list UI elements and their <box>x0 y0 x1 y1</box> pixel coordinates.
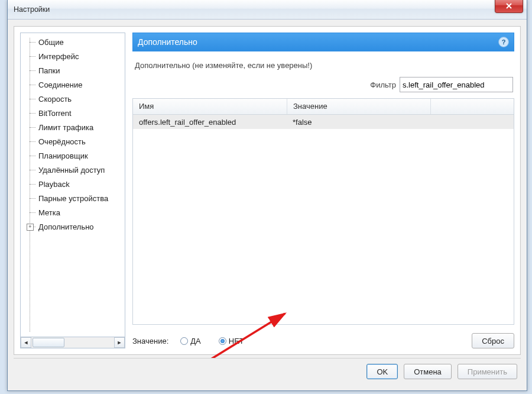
tree-item-interface[interactable]: Интерфейс <box>21 50 125 64</box>
filter-row: Фильтр <box>134 77 513 92</box>
tree-horizontal-scrollbar[interactable]: ◄ ► <box>20 337 125 348</box>
filter-input[interactable] <box>400 77 513 92</box>
tree-item-label: Общие <box>38 38 64 47</box>
tree-item-playback[interactable]: Playback <box>21 177 125 192</box>
table-body: offers.left_rail_offer_enabled *false <box>133 115 514 324</box>
radio-no-wrap[interactable]: НЕТ <box>219 337 244 345</box>
radio-no-label: НЕТ <box>229 337 244 345</box>
tree-item-label: Парные устройства <box>38 194 108 203</box>
category-tree[interactable]: Общие Интерфейс Папки Соединение Скорост… <box>20 33 125 337</box>
tree-item-advanced[interactable]: + Дополнительно <box>21 220 125 234</box>
settings-table[interactable]: Имя Значение offers.left_rail_offer_enab… <box>132 98 514 325</box>
advanced-pane: Дополнительно ? Дополнительно (не изменя… <box>132 33 514 348</box>
tree-item-label: Лимит трафика <box>38 123 93 132</box>
tree-item-label: Удалённый доступ <box>38 166 105 175</box>
tree-item-paired-devices[interactable]: Парные устройства <box>21 192 125 206</box>
column-extra[interactable] <box>431 99 514 114</box>
help-icon[interactable]: ? <box>498 37 509 47</box>
table-header: Имя Значение <box>133 99 514 115</box>
tree-item-label: Дополнительно <box>38 222 94 231</box>
cell-value: *false <box>287 118 514 127</box>
column-value[interactable]: Значение <box>287 99 431 114</box>
filter-label: Фильтр <box>370 80 396 89</box>
radio-no[interactable] <box>219 337 226 345</box>
table-row[interactable]: offers.left_rail_offer_enabled *false <box>133 115 514 129</box>
tree-item-scheduler[interactable]: Планировщик <box>21 149 125 163</box>
value-label: Значение: <box>132 337 168 345</box>
tree-item-general[interactable]: Общие <box>21 35 125 50</box>
tree-item-traffic-limit[interactable]: Лимит трафика <box>21 121 125 135</box>
tree-item-label: Интерфейс <box>38 52 79 61</box>
scroll-thumb[interactable] <box>33 338 64 347</box>
reset-button[interactable]: Сброс <box>472 333 514 348</box>
cancel-button[interactable]: Отмена <box>404 364 452 379</box>
window-title: Настройки <box>14 5 50 14</box>
radio-yes-wrap[interactable]: ДА <box>180 337 200 345</box>
tree-item-label: Метка <box>38 208 60 217</box>
apply-button[interactable]: Применить <box>458 364 517 379</box>
close-button[interactable] <box>495 0 523 13</box>
tree-item-remote-access[interactable]: Удалённый доступ <box>21 163 125 177</box>
dialog-footer: OK Отмена Применить <box>14 358 521 385</box>
tree-item-connection[interactable]: Соединение <box>21 78 125 92</box>
close-icon <box>505 2 512 9</box>
tree-item-label[interactable]: Метка <box>21 206 125 220</box>
column-name[interactable]: Имя <box>133 99 287 114</box>
tree-item-folders[interactable]: Папки <box>21 64 125 78</box>
tree-item-label: Playback <box>38 180 70 189</box>
scroll-right-button[interactable]: ► <box>114 337 125 348</box>
category-tree-wrap: Общие Интерфейс Папки Соединение Скорост… <box>20 33 125 348</box>
pane-header: Дополнительно ? <box>132 33 514 51</box>
titlebar[interactable]: Настройки <box>8 0 527 20</box>
tree-item-label: Планировщик <box>38 151 88 160</box>
tree-item-bittorrent[interactable]: BitTorrent <box>21 106 125 121</box>
radio-yes[interactable] <box>180 337 188 345</box>
value-editor-row: Значение: ДА НЕТ Сброс <box>132 333 514 348</box>
dialog-body: Общие Интерфейс Папки Соединение Скорост… <box>14 26 521 355</box>
settings-window: Настройки Общие Интерфейс Папки Соединен… <box>7 0 527 391</box>
expand-icon[interactable]: + <box>27 224 34 231</box>
tree-item-label: Очерёдность <box>38 137 86 146</box>
ok-button[interactable]: OK <box>366 364 398 379</box>
tree-item-label: Скорость <box>38 95 72 104</box>
tree-item-queue[interactable]: Очерёдность <box>21 135 125 149</box>
tree-item-label: BitTorrent <box>38 109 72 118</box>
tree-item-label: Соединение <box>38 80 83 89</box>
tree-item-label: Папки <box>38 66 60 75</box>
pane-subtext: Дополнительно (не изменяйте, если не уве… <box>135 61 512 70</box>
cell-name: offers.left_rail_offer_enabled <box>133 118 287 127</box>
pane-title: Дополнительно <box>138 37 197 47</box>
tree-item-speed[interactable]: Скорость <box>21 92 125 106</box>
scroll-left-button[interactable]: ◄ <box>21 337 31 348</box>
radio-yes-label: ДА <box>190 337 200 345</box>
